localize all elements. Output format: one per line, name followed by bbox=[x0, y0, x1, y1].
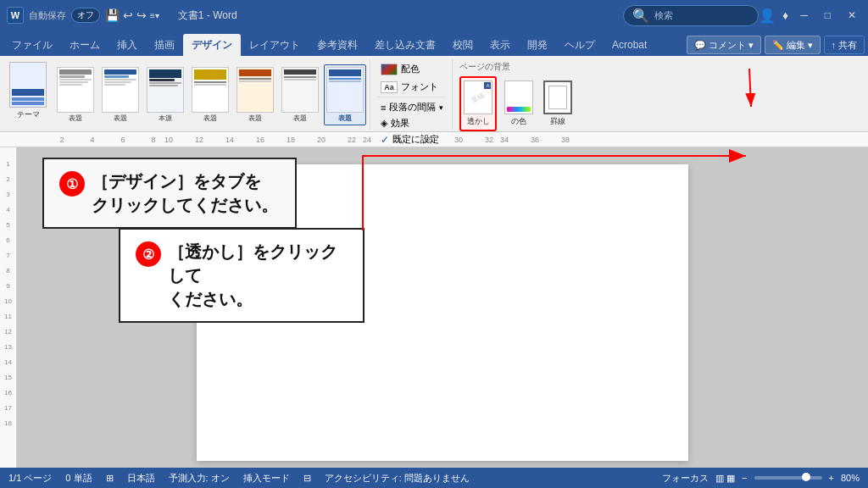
zoom-plus[interactable]: + bbox=[829, 473, 834, 483]
effects-button[interactable]: ◈ 効果 bbox=[377, 115, 447, 131]
ruler-mark: 32 bbox=[481, 136, 497, 144]
comment-chevron: ▾ bbox=[748, 40, 754, 51]
ribbon-tabs: ファイル ホーム 挿入 描画 デザイン レイアウト 参考資料 差し込み文書 校閲… bbox=[0, 30, 868, 56]
page-borders-button[interactable]: 罫線 bbox=[541, 78, 575, 130]
tab-insert[interactable]: 挿入 bbox=[108, 34, 146, 56]
ruler-mark: 22 bbox=[344, 136, 359, 144]
window-title: 文書1 - Word bbox=[178, 8, 237, 23]
share-icon: ↑ bbox=[832, 40, 837, 50]
app-icon: W bbox=[7, 7, 24, 24]
para-spacing-chevron: ▾ bbox=[439, 103, 443, 112]
search-box[interactable]: 🔍 bbox=[623, 5, 759, 26]
tab-layout[interactable]: レイアウト bbox=[241, 34, 309, 56]
ruler-mark: 38 bbox=[558, 136, 573, 144]
page-color-button[interactable]: の色 bbox=[502, 78, 536, 130]
tab-help[interactable]: ヘルプ bbox=[556, 34, 604, 56]
current-theme[interactable]: テーマ bbox=[7, 59, 49, 130]
edit-chevron: ▾ bbox=[808, 40, 813, 51]
save-icon[interactable]: 💾 bbox=[105, 8, 120, 22]
ribbon-right-buttons: 💬 コメント ▾ ✏️ 編集 ▾ ↑ 共有 bbox=[687, 36, 865, 56]
tab-design[interactable]: デザイン bbox=[183, 34, 241, 56]
format-theme-3[interactable]: 表題 bbox=[189, 64, 231, 125]
focus-label[interactable]: フォーカス bbox=[662, 472, 709, 485]
autosave-toggle[interactable]: オフ bbox=[71, 8, 100, 23]
tab-draw[interactable]: 描画 bbox=[146, 34, 183, 56]
para-spacing-button[interactable]: ≡ 段落の間隔 ▾ bbox=[377, 99, 447, 115]
ruler-mark: 24 bbox=[359, 136, 375, 144]
page-bg-label: ページの背景 bbox=[459, 61, 575, 73]
page-bg-buttons: 草稿 A 透かし の色 罫線 bbox=[459, 76, 575, 131]
document-area[interactable]: ① ［デザイン］をタブを クリックしてください。 ② ［透かし］をクリックして … bbox=[17, 147, 868, 468]
watermark-button[interactable]: 草稿 A 透かし bbox=[459, 76, 497, 131]
tab-review[interactable]: 校閲 bbox=[444, 34, 481, 56]
theme-label: テーマ bbox=[17, 109, 40, 120]
ruler-content: 2 4 6 8 10 12 14 16 18 20 22 24 26 28 30… bbox=[42, 136, 573, 144]
quick-access-more[interactable]: ≡▾ bbox=[150, 11, 159, 20]
ruler-mark bbox=[131, 136, 146, 144]
fonts-button[interactable]: Aa フォント bbox=[377, 79, 447, 95]
zoom-percent[interactable]: 80% bbox=[841, 473, 860, 483]
tab-references[interactable]: 参考資料 bbox=[309, 34, 366, 56]
undo-icon[interactable]: ↩ bbox=[123, 8, 133, 22]
page-color-icon bbox=[504, 80, 533, 114]
ribbon-content: テーマ 表題 表題 bbox=[0, 56, 868, 132]
document-format-group: 表題 表題 本源 bbox=[51, 59, 370, 130]
zoom-area: フォーカス ▥ ▦ − + 80% bbox=[662, 472, 860, 485]
close-button[interactable]: ✕ bbox=[843, 8, 861, 23]
tab-acrobat[interactable]: Acrobat bbox=[604, 34, 655, 56]
ruler-mark: 2 bbox=[54, 136, 70, 144]
tab-home[interactable]: ホーム bbox=[61, 34, 108, 56]
page-borders-label: 罫線 bbox=[550, 116, 565, 127]
share-button[interactable]: ↑ 共有 bbox=[824, 36, 865, 54]
format-theme-2[interactable]: 本源 bbox=[144, 64, 186, 125]
ruler-mark bbox=[512, 136, 527, 144]
ruler-mark bbox=[268, 136, 283, 144]
tab-mailings[interactable]: 差し込み文書 bbox=[366, 34, 444, 56]
tab-view[interactable]: 表示 bbox=[481, 34, 519, 56]
zoom-minus[interactable]: − bbox=[742, 473, 747, 483]
colors-swatch bbox=[381, 64, 398, 75]
watermark-label: 透かし bbox=[467, 116, 490, 127]
tab-file[interactable]: ファイル bbox=[3, 34, 61, 56]
format-theme-0[interactable]: 表題 bbox=[54, 64, 97, 125]
callout-1-text: ［デザイン］をタブを クリックしてください。 bbox=[92, 169, 278, 217]
colors-button[interactable]: 配色 bbox=[377, 61, 447, 77]
zoom-slider[interactable] bbox=[754, 476, 822, 480]
format-theme-5[interactable]: 表題 bbox=[279, 64, 321, 125]
save-status-icon: ⊟ bbox=[303, 473, 311, 484]
default-set-button[interactable]: ✓ 既定に設定 bbox=[377, 131, 447, 147]
insert-mode: 挿入モード bbox=[243, 472, 290, 485]
word-count: 0 単語 bbox=[65, 472, 92, 485]
effects-icon: ◈ bbox=[381, 118, 387, 129]
para-spacing-icon: ≡ bbox=[381, 103, 386, 113]
search-input[interactable] bbox=[654, 10, 749, 20]
ruler-mark: 10 bbox=[161, 136, 176, 144]
title-bar-left: W 自動保存 オフ 💾 ↩ ↪ ≡▾ 文書1 - Word bbox=[7, 7, 623, 24]
comment-icon: 💬 bbox=[694, 40, 706, 51]
main-area: 1 2 3 4 5 6 7 8 9 10 11 12 13 14 15 16 1… bbox=[0, 147, 868, 468]
ruler-mark: 18 bbox=[283, 136, 298, 144]
ruler-mark: 30 bbox=[451, 136, 466, 144]
redo-icon[interactable]: ↪ bbox=[136, 8, 147, 22]
user-icon[interactable]: 👤 bbox=[759, 8, 776, 24]
format-theme-1[interactable]: 表題 bbox=[99, 64, 142, 125]
ruler-mark: 20 bbox=[314, 136, 329, 144]
colors-fonts-group: 配色 Aa フォント ≡ 段落の間隔 ▾ ◈ 効果 ✓ 既定に設定 bbox=[372, 59, 453, 130]
ruler-mark: 34 bbox=[497, 136, 512, 144]
ruler-mark bbox=[42, 136, 54, 144]
svg-line-1 bbox=[749, 69, 751, 107]
ruler-mark bbox=[70, 136, 85, 144]
title-bar: W 自動保存 オフ 💾 ↩ ↪ ≡▾ 文書1 - Word 🔍 👤 ♦ ─ □ … bbox=[0, 0, 868, 30]
format-theme-6[interactable]: 表題 bbox=[324, 64, 366, 125]
tab-developer[interactable]: 開発 bbox=[519, 34, 556, 56]
restore-button[interactable]: □ bbox=[820, 8, 836, 23]
edit-button[interactable]: ✏️ 編集 ▾ bbox=[765, 36, 821, 54]
minimize-button[interactable]: ─ bbox=[795, 8, 813, 23]
comment-button[interactable]: 💬 コメント ▾ bbox=[687, 36, 761, 54]
diamond-icon[interactable]: ♦ bbox=[782, 8, 788, 22]
watermark-badge: A bbox=[484, 82, 491, 89]
zoom-thumb bbox=[802, 473, 810, 481]
ruler-mark: 14 bbox=[222, 136, 237, 144]
page-background-group: ページの背景 草稿 A 透かし の色 bbox=[454, 59, 580, 130]
format-theme-4[interactable]: 表題 bbox=[234, 64, 276, 125]
